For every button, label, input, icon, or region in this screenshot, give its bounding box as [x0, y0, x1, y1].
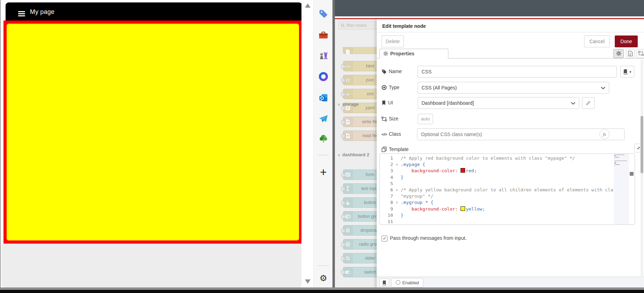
name-expand-button[interactable]: ▼ [620, 66, 634, 78]
toolbox-icon[interactable] [318, 30, 329, 40]
fold-chevron-icon [393, 174, 401, 181]
editor-scrollbar-thumb[interactable] [630, 172, 634, 176]
palette-node-form[interactable]: form [343, 169, 377, 180]
size-field-label: Size [382, 116, 398, 121]
code-lines[interactable]: 1/* Apply red background color to elemen… [380, 155, 615, 223]
code-text: .mygroup * { [401, 199, 433, 206]
palette-node-xml[interactable]: <>xml [343, 89, 377, 99]
add-tab-button[interactable]: + [319, 166, 328, 178]
template-code-editor[interactable]: 1/* Apply red background color to elemen… [379, 153, 635, 225]
fold-chevron-icon [393, 206, 401, 212]
code-line[interactable]: 3 background-color: red; [380, 168, 615, 174]
code-line[interactable]: 7"mygroup" */ [380, 193, 615, 199]
dashboard-body-background [1, 244, 302, 287]
palette-node-label: html [352, 61, 377, 71]
passthrough-checkbox[interactable]: ✓ [382, 236, 387, 241]
code-line[interactable]: 11 [380, 219, 615, 223]
palette-category-storage[interactable]: ∨storage [338, 102, 377, 109]
palette-node-html[interactable]: </>html [343, 61, 377, 71]
fold-chevron-icon[interactable]: ∨ [393, 187, 401, 193]
node-enabled-toggle[interactable]: Enabled [391, 278, 423, 287]
code-line[interactable]: 8∨.mygroup * { [380, 199, 615, 206]
ui-select[interactable]: Dashboard [/dashboard] [418, 97, 579, 109]
edit-ui-pencil-button[interactable] [582, 97, 595, 109]
code-line[interactable]: 9 background-color: yellow; [380, 206, 615, 212]
line-number: 2 [380, 161, 393, 168]
line-number: 9 [380, 206, 393, 212]
line-number: 10 [380, 212, 393, 219]
browser-sidebar: + ⚙ [313, 0, 333, 287]
hamburger-menu-icon[interactable] [18, 11, 25, 17]
palette-node-switch[interactable]: switch [343, 267, 377, 277]
name-input[interactable] [418, 66, 617, 78]
palette-node-radio-group[interactable]: radio group [343, 239, 377, 250]
palette-node-partial[interactable] [343, 47, 377, 54]
class-input[interactable] [417, 128, 625, 140]
palette-node-json[interactable]: {}json [343, 75, 377, 85]
editor-minimap[interactable] [614, 154, 629, 224]
tree-icon[interactable] [318, 134, 329, 144]
json-icon: {} [343, 75, 353, 85]
fold-chevron-icon[interactable]: ∨ [393, 161, 401, 168]
code-line[interactable]: 1/* Apply red background color to elemen… [380, 155, 615, 161]
screen: My page + ⚙ Mysterious-Black-Winged-Prat… [0, 0, 644, 293]
palette-node-label: radio group [352, 239, 377, 249]
class-fx-button[interactable]: fx [599, 129, 610, 139]
cancel-button[interactable]: Cancel [584, 35, 610, 47]
palette-node-label: switch [352, 267, 377, 277]
fold-chevron-icon[interactable]: ∨ [393, 199, 401, 206]
palette-node-dropdown[interactable]: dropdown [343, 225, 377, 236]
palette-node-button-group[interactable]: button group [343, 211, 377, 222]
code-text: background-color: yellow; [401, 206, 485, 212]
radio-icon [343, 239, 353, 249]
template-field-label: Template [382, 146, 409, 152]
bars-icon [343, 225, 353, 235]
code-line[interactable]: 10} [380, 212, 615, 219]
tag-icon[interactable] [318, 9, 329, 19]
scroll-up-arrow-icon[interactable] [305, 3, 311, 8]
delete-button[interactable]: Delete [382, 35, 404, 47]
xml-icon: <> [343, 89, 353, 99]
edit-template-tray: Edit template node Delete Cancel Done Pr… [377, 19, 644, 290]
palette-node-slider[interactable]: slider [343, 253, 377, 263]
palette-node-button[interactable]: button [343, 197, 377, 208]
palette-node-label [352, 47, 377, 54]
tab-properties[interactable]: Properties [379, 49, 448, 58]
bottom-black-bar [0, 290, 644, 293]
palette-category-dashboard-2[interactable]: ∨dashboard 2 [338, 152, 377, 159]
type-select[interactable]: CSS (All Pages) [418, 82, 609, 94]
node-description-button[interactable] [626, 49, 635, 58]
footer-docs-button[interactable] [379, 278, 389, 287]
code-text: /* Apply yellow background color to all … [401, 187, 615, 193]
palette-filter-placeholder: filter nodes [346, 23, 367, 28]
editor-scrollbar[interactable] [629, 154, 634, 224]
svg-text:</>: </> [345, 65, 351, 68]
fold-chevron-icon [393, 212, 401, 219]
done-button[interactable]: Done [615, 35, 638, 47]
code-line[interactable]: 6∨/* Apply yellow background color to al… [380, 187, 615, 193]
outlook-icon[interactable] [318, 93, 329, 103]
size-auto-button[interactable]: auto [418, 114, 433, 124]
template-copy-icon [382, 146, 387, 152]
nodered-header: Mysterious-Black-Winged-Pratincole-9044 … [335, 0, 644, 16]
palette-node-text-input[interactable]: text input [343, 183, 377, 194]
palette-filter-input[interactable]: filter nodes [338, 21, 377, 30]
sidebar-settings-icon[interactable]: ⚙ [319, 273, 328, 283]
divider [377, 32, 644, 32]
code-line[interactable]: 5 [380, 181, 615, 187]
palette-node-write-file[interactable]: write file [343, 117, 377, 127]
node-appearance-button[interactable] [636, 49, 644, 58]
code-line[interactable]: 4} [380, 174, 615, 181]
enabled-status-icon [396, 280, 400, 285]
node-settings-button[interactable] [613, 49, 624, 58]
chess-icon[interactable] [318, 50, 329, 61]
palette-node-read-file[interactable]: read file [343, 130, 377, 141]
scroll-down-arrow-icon[interactable] [305, 279, 311, 284]
code-line[interactable]: 2∨.mypage { [380, 161, 615, 168]
microsoft-365-icon[interactable] [318, 71, 329, 82]
telegram-icon[interactable] [318, 113, 329, 124]
line-number: 4 [380, 174, 393, 181]
name-field-label: Name [382, 69, 402, 74]
tray-scrollbar-thumb[interactable] [641, 116, 643, 173]
palette-node-label: text input [352, 184, 377, 193]
